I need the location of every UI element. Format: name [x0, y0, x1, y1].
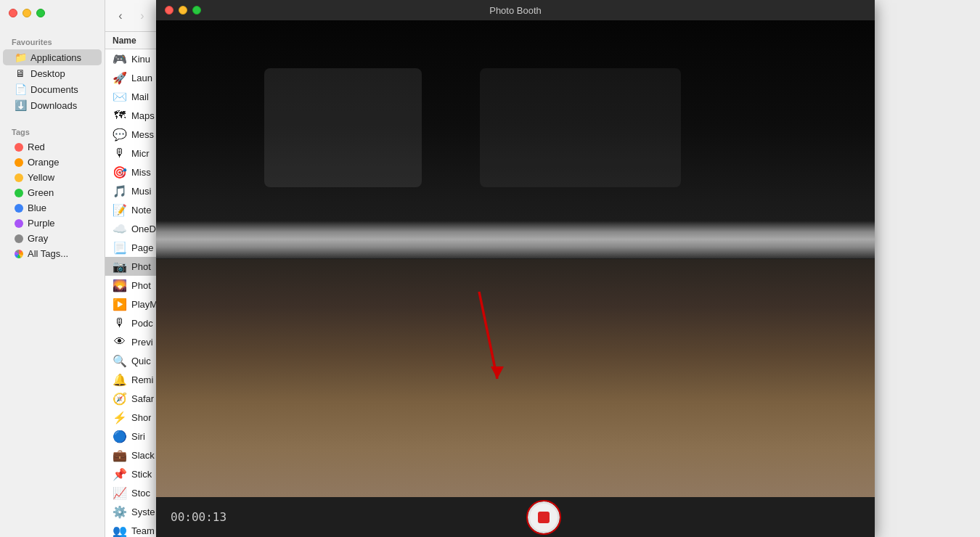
maps-name: Maps	[131, 110, 155, 121]
svg-line-0	[479, 292, 497, 379]
photobooth-titlebar: Photo Booth	[156, 0, 875, 20]
laun-icon: 🚀	[113, 70, 127, 85]
stop-recording-button[interactable]	[528, 501, 560, 533]
tags-section-title: Tags	[0, 122, 105, 139]
previ-name: Previ	[131, 337, 153, 348]
sidebar-tag-gray[interactable]: Gray	[3, 231, 102, 246]
desktop-icon: 🖥	[15, 67, 26, 79]
column-header-label: Name	[113, 36, 136, 46]
applications-label: Applications	[30, 52, 81, 63]
photos-icon: 🌄	[113, 278, 127, 292]
shor-icon: ⚡	[113, 410, 127, 425]
playm-icon: ▶️	[113, 297, 127, 311]
stick-icon: 📌	[113, 467, 127, 481]
all-tags-label: All Tags...	[28, 248, 68, 259]
team-icon: 👥	[113, 523, 127, 537]
sidebar-item-downloads[interactable]: ⬇️ Downloads	[3, 97, 102, 113]
photobooth-maximize-btn[interactable]	[192, 6, 201, 15]
maps-icon: 🗺	[113, 108, 127, 123]
miss-icon: 🎯	[113, 165, 127, 179]
kinu-icon: 🎮	[113, 52, 127, 66]
quic-icon: 🔍	[113, 353, 127, 368]
sidebar-tag-red[interactable]: Red	[3, 139, 102, 155]
siri-icon: 🔵	[113, 429, 127, 443]
red-label: Red	[28, 142, 45, 152]
podc-name: Podc	[131, 318, 153, 329]
sidebar-tag-yellow[interactable]: Yellow	[3, 170, 102, 185]
kinu-name: Kinu	[131, 54, 150, 65]
finder-minimize-btn[interactable]	[23, 9, 31, 17]
favourites-section-title: Favourites	[0, 32, 105, 49]
photobooth-name: Phot	[131, 261, 151, 272]
photobooth-video-area	[156, 20, 875, 497]
purple-dot	[15, 219, 23, 228]
photos-name: Phot	[131, 280, 151, 291]
slack-name: Slack	[131, 450, 155, 461]
sidebar-all-tags[interactable]: All Tags...	[3, 246, 102, 261]
previ-icon: 👁	[113, 335, 127, 349]
team-name: Team	[131, 525, 155, 536]
page-name: Page	[131, 242, 153, 253]
oned-name: OneD	[131, 224, 156, 234]
safar-name: Safar	[131, 393, 154, 404]
sidebar-tag-blue[interactable]: Blue	[3, 200, 102, 216]
purple-label: Purple	[28, 218, 55, 229]
micr-icon: 🎙	[113, 146, 127, 160]
finder-close-btn[interactable]	[9, 9, 17, 17]
documents-icon: 📄	[15, 83, 26, 95]
recording-timer: 00:00:13	[171, 510, 226, 524]
photobooth-center-controls	[226, 501, 860, 533]
syste-name: Syste	[131, 507, 155, 517]
applications-icon: 📁	[15, 52, 26, 63]
documents-label: Documents	[30, 84, 78, 95]
musi-name: Musi	[131, 186, 151, 197]
sidebar-item-applications[interactable]: 📁 Applications	[3, 49, 102, 65]
red-dot	[15, 143, 23, 152]
sidebar-tag-green[interactable]: Green	[3, 185, 102, 200]
siri-name: Siri	[131, 431, 145, 442]
photobooth-icon: 📷	[113, 259, 127, 274]
video-reflection-left	[264, 68, 422, 187]
desktop-label: Desktop	[30, 68, 65, 79]
sidebar-tag-orange[interactable]: Orange	[3, 155, 102, 170]
micr-name: Micr	[131, 148, 150, 159]
stop-icon	[538, 512, 550, 523]
forward-button[interactable]: ›	[134, 8, 150, 24]
remi-name: Remi	[131, 374, 153, 385]
finder-sidebar: Favourites 📁 Applications 🖥 Desktop 📄 Do…	[0, 0, 105, 537]
note-name: Note	[131, 205, 151, 216]
downloads-label: Downloads	[30, 100, 77, 111]
sidebar-item-desktop[interactable]: 🖥 Desktop	[3, 65, 102, 81]
sidebar-tag-purple[interactable]: Purple	[3, 216, 102, 231]
laun-name: Laun	[131, 73, 152, 83]
playm-name: PlayM	[131, 299, 158, 310]
all-tags-icon	[15, 250, 23, 258]
oned-icon: ☁️	[113, 221, 127, 236]
photobooth-controls-bar: 00:00:13	[156, 497, 875, 537]
sidebar-item-documents[interactable]: 📄 Documents	[3, 81, 102, 97]
orange-dot	[15, 158, 23, 167]
video-hinge	[156, 221, 875, 259]
photobooth-close-btn[interactable]	[165, 6, 173, 15]
musi-icon: 🎵	[113, 184, 127, 198]
video-reflection-right	[480, 68, 681, 187]
miss-name: Miss	[131, 167, 151, 178]
safar-icon: 🧭	[113, 391, 127, 406]
note-icon: 📝	[113, 202, 127, 217]
podc-icon: 🎙	[113, 316, 127, 330]
mail-name: Mail	[131, 91, 149, 102]
green-dot	[15, 189, 23, 197]
slack-icon: 💼	[113, 448, 127, 462]
shor-name: Shor	[131, 412, 151, 423]
stick-name: Stick	[131, 469, 152, 480]
annotation-arrow	[457, 292, 523, 395]
back-button[interactable]: ‹	[113, 8, 128, 24]
stoc-name: Stoc	[131, 488, 150, 499]
finder-traffic-lights	[9, 9, 45, 17]
svg-marker-1	[491, 366, 504, 379]
syste-icon: ⚙️	[113, 504, 127, 519]
gray-dot	[15, 234, 23, 243]
finder-maximize-btn[interactable]	[36, 9, 45, 17]
stoc-icon: 📈	[113, 485, 127, 500]
photobooth-minimize-btn[interactable]	[179, 6, 187, 15]
